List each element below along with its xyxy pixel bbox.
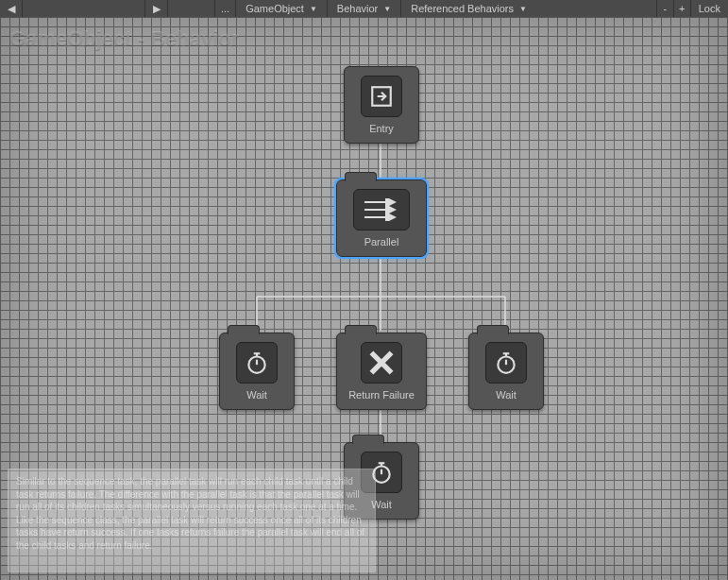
toolbar-ellipsis[interactable]: ... bbox=[215, 0, 236, 17]
stopwatch-icon bbox=[236, 342, 278, 384]
nav-back-button[interactable]: ◀ bbox=[0, 0, 23, 17]
behavior-label: Behavior bbox=[337, 3, 378, 14]
behavior-dropdown[interactable]: Behavior ▼ bbox=[328, 0, 401, 17]
graph-canvas[interactable]: GameObject - Behavior Entry Parallel bbox=[0, 17, 728, 580]
minus-button[interactable]: - bbox=[657, 0, 674, 17]
node-return-failure[interactable]: Return Failure bbox=[336, 333, 427, 410]
tooltip-panel: Similar to the sequence task, the parall… bbox=[8, 469, 376, 572]
nav-forward-button[interactable]: ▶ bbox=[145, 0, 168, 17]
caret-down-icon: ▼ bbox=[310, 5, 317, 13]
caret-down-icon: ▼ bbox=[519, 5, 527, 13]
gameobject-label: GameObject bbox=[245, 3, 304, 14]
x-icon bbox=[361, 342, 402, 384]
caret-down-icon: ▼ bbox=[383, 5, 391, 13]
gameobject-dropdown[interactable]: GameObject ▼ bbox=[236, 0, 328, 17]
node-entry[interactable]: Entry bbox=[344, 66, 419, 144]
node-label: Wait bbox=[496, 389, 516, 401]
entry-icon bbox=[361, 76, 402, 117]
triangle-left-icon: ◀ bbox=[8, 3, 15, 15]
lock-button[interactable]: Lock bbox=[691, 3, 728, 14]
node-label: Wait bbox=[246, 389, 267, 401]
referenced-label: Referenced Behaviors bbox=[411, 3, 514, 14]
triangle-right-icon: ▶ bbox=[153, 3, 161, 15]
svg-point-11 bbox=[248, 357, 264, 373]
plus-button[interactable]: + bbox=[674, 0, 691, 17]
svg-point-15 bbox=[498, 357, 514, 373]
node-label: Return Failure bbox=[348, 389, 415, 401]
node-parallel[interactable]: Parallel bbox=[336, 179, 427, 257]
node-label: Entry bbox=[369, 123, 394, 134]
referenced-behaviors-dropdown[interactable]: Referenced Behaviors ▼ bbox=[401, 0, 657, 17]
stopwatch-icon bbox=[485, 342, 527, 384]
parallel-icon bbox=[353, 189, 410, 230]
node-wait-1[interactable]: Wait bbox=[219, 333, 295, 410]
canvas-breadcrumb: GameObject - Behavior bbox=[9, 26, 239, 51]
node-label: Parallel bbox=[364, 236, 399, 247]
node-wait-2[interactable]: Wait bbox=[468, 333, 544, 410]
toolbar: ◀ ▶ ... GameObject ▼ Behavior ▼ Referenc… bbox=[0, 0, 728, 17]
